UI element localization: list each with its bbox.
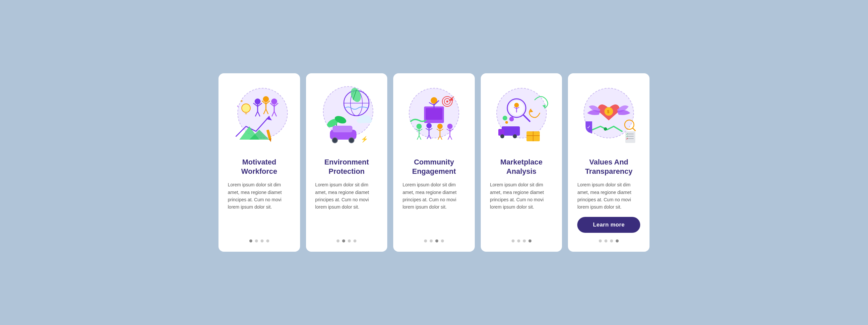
dot-4-1[interactable] bbox=[512, 239, 515, 242]
environment-protection-illustration: ⚡ bbox=[313, 83, 380, 150]
dot-2-2[interactable] bbox=[342, 239, 345, 242]
svg-point-70 bbox=[437, 124, 443, 129]
svg-text:⚡: ⚡ bbox=[361, 136, 368, 143]
card-environment-protection: ⚡ Environment Protection Lorem ipsum dol… bbox=[306, 73, 388, 252]
svg-line-108 bbox=[632, 128, 635, 131]
dot-1-3[interactable] bbox=[260, 239, 264, 242]
svg-point-55 bbox=[446, 100, 448, 102]
card-body-environment-protection: Lorem ipsum dolor sit dim amet, mea regi… bbox=[315, 181, 378, 233]
svg-line-81 bbox=[450, 136, 452, 140]
svg-point-18 bbox=[271, 98, 277, 105]
svg-marker-5 bbox=[269, 139, 272, 143]
svg-point-58 bbox=[416, 124, 422, 129]
dots-row-2 bbox=[337, 239, 356, 242]
card-marketplace-analysis: Marketplace Analysis Lorem ipsum dolor s… bbox=[481, 73, 562, 252]
svg-point-95 bbox=[500, 134, 504, 138]
dot-2-3[interactable] bbox=[348, 239, 351, 242]
card-body-marketplace-analysis: Lorem ipsum dolor sit dim amet, mea regi… bbox=[490, 181, 553, 233]
svg-point-0 bbox=[238, 88, 287, 138]
svg-point-105 bbox=[604, 127, 607, 131]
svg-point-45 bbox=[365, 118, 372, 123]
dot-3-4[interactable] bbox=[441, 239, 444, 242]
community-engagement-illustration bbox=[401, 83, 467, 150]
svg-text:✦: ✦ bbox=[237, 105, 239, 108]
dot-4-4[interactable] bbox=[528, 239, 531, 242]
svg-point-100 bbox=[509, 117, 514, 121]
dot-1-1[interactable] bbox=[249, 239, 252, 242]
card-values-transparency: $ ✓ ✓ ✓ ✗ Values And Transparency bbox=[568, 73, 650, 252]
svg-point-6 bbox=[255, 98, 260, 105]
card-title-marketplace-analysis: Marketplace Analysis bbox=[490, 157, 553, 176]
dot-5-4[interactable] bbox=[616, 239, 619, 242]
dots-row-1 bbox=[249, 239, 269, 242]
dot-3-1[interactable] bbox=[424, 239, 427, 242]
card-body-motivated-workforce: Lorem ipsum dolor sit dim amet, mea regi… bbox=[228, 181, 291, 233]
dots-row-5 bbox=[599, 239, 619, 242]
svg-line-63 bbox=[419, 136, 421, 140]
svg-point-24 bbox=[242, 104, 250, 112]
svg-point-76 bbox=[447, 124, 453, 129]
card-title-motivated-workforce: Motivated Workforce bbox=[228, 157, 291, 176]
dot-2-4[interactable] bbox=[353, 239, 356, 242]
motivated-workforce-illustration: ✦ ✦ bbox=[226, 83, 292, 150]
dot-5-3[interactable] bbox=[610, 239, 613, 242]
card-community-engagement: Community Engagement Lorem ipsum dolor s… bbox=[393, 73, 475, 252]
card-title-community-engagement: Community Engagement bbox=[403, 157, 465, 176]
values-transparency-illustration: $ ✓ ✓ ✓ ✗ bbox=[576, 83, 642, 150]
svg-text:✦: ✦ bbox=[240, 99, 243, 104]
svg-rect-39 bbox=[333, 126, 352, 132]
dot-1-2[interactable] bbox=[255, 239, 258, 242]
card-body-values-transparency: Lorem ipsum dolor sit dim amet, mea regi… bbox=[577, 181, 640, 211]
svg-rect-93 bbox=[502, 126, 520, 136]
learn-more-button[interactable]: Learn more bbox=[577, 217, 640, 233]
card-motivated-workforce: ✦ ✦ Motivated Workforce Lorem ipsum dolo… bbox=[218, 73, 300, 252]
card-title-values-transparency: Values And Transparency bbox=[577, 157, 640, 176]
dot-3-3[interactable] bbox=[435, 239, 438, 242]
dot-4-3[interactable] bbox=[523, 239, 526, 242]
dot-1-4[interactable] bbox=[266, 239, 269, 242]
dot-4-2[interactable] bbox=[517, 239, 520, 242]
svg-point-40 bbox=[332, 138, 338, 143]
svg-text:✗: ✗ bbox=[626, 137, 628, 140]
svg-point-41 bbox=[349, 138, 354, 143]
svg-point-12 bbox=[263, 96, 269, 102]
svg-point-99 bbox=[503, 116, 507, 120]
svg-rect-48 bbox=[426, 108, 442, 120]
card-title-environment-protection: Environment Protection bbox=[315, 157, 378, 176]
svg-point-86 bbox=[514, 103, 519, 108]
svg-point-96 bbox=[513, 134, 517, 138]
dots-row-3 bbox=[424, 239, 444, 242]
svg-text:✓: ✓ bbox=[587, 124, 591, 130]
svg-point-101 bbox=[505, 121, 508, 124]
svg-point-64 bbox=[426, 123, 432, 128]
svg-text:$: $ bbox=[607, 110, 610, 114]
card-body-community-engagement: Lorem ipsum dolor sit dim amet, mea regi… bbox=[403, 181, 465, 233]
dot-2-1[interactable] bbox=[337, 239, 340, 242]
dot-5-1[interactable] bbox=[599, 239, 602, 242]
dot-5-2[interactable] bbox=[604, 239, 608, 242]
svg-point-44 bbox=[357, 117, 365, 123]
cards-container: ✦ ✦ Motivated Workforce Lorem ipsum dolo… bbox=[218, 73, 650, 252]
svg-line-62 bbox=[417, 136, 419, 140]
dot-3-2[interactable] bbox=[430, 239, 433, 242]
marketplace-analysis-illustration bbox=[488, 83, 555, 150]
svg-line-80 bbox=[448, 136, 450, 140]
dots-row-4 bbox=[512, 239, 531, 242]
